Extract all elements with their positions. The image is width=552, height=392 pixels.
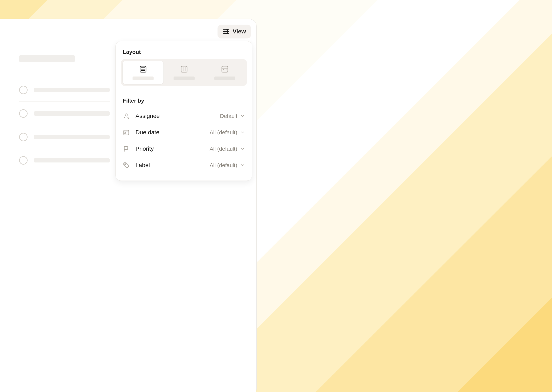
board-icon (180, 65, 188, 73)
svg-point-20 (226, 71, 226, 71)
filter-row-due-date[interactable]: Due date All (default) (116, 124, 252, 141)
svg-rect-22 (124, 130, 129, 135)
layout-option-label-placeholder (133, 77, 154, 80)
task-checkbox[interactable] (19, 86, 28, 94)
task-checkbox[interactable] (19, 156, 28, 165)
calendar-grid-icon (221, 65, 229, 73)
sliders-icon (222, 28, 230, 35)
task-row[interactable] (19, 102, 110, 125)
filter-row-assignee[interactable]: Assignee Default (116, 108, 252, 124)
filter-label: Due date (133, 129, 210, 136)
filter-label: Label (133, 162, 210, 168)
layout-option-label-placeholder (173, 77, 194, 80)
chevron-down-icon (237, 114, 245, 118)
flag-icon (123, 146, 133, 152)
chevron-down-icon (237, 147, 245, 151)
task-row[interactable] (19, 125, 110, 149)
calendar-icon (123, 129, 133, 136)
svg-point-15 (223, 69, 224, 70)
filter-label: Priority (133, 146, 210, 152)
tag-icon (123, 162, 133, 168)
task-text-placeholder (34, 88, 110, 92)
svg-point-25 (125, 164, 126, 165)
person-icon (123, 113, 133, 119)
filter-section-label: Filter by (116, 98, 252, 108)
layout-option-calendar[interactable] (204, 61, 245, 84)
filter-value: All (default) (210, 129, 237, 136)
task-text-placeholder (34, 112, 110, 116)
task-row[interactable] (19, 78, 110, 102)
list-icon (139, 65, 147, 73)
svg-rect-10 (181, 66, 187, 72)
filter-row-priority[interactable]: Priority All (default) (116, 141, 252, 157)
filter-value: All (default) (210, 146, 237, 152)
task-row[interactable] (19, 149, 110, 172)
task-text-placeholder (34, 135, 110, 139)
svg-rect-24 (125, 133, 126, 134)
view-options-panel: Layout (115, 41, 252, 181)
view-button-label: View (233, 28, 246, 35)
svg-point-18 (223, 71, 224, 71)
layout-option-list[interactable] (122, 61, 164, 84)
layout-option-board[interactable] (164, 61, 204, 84)
task-checkbox[interactable] (19, 133, 28, 141)
filter-row-label[interactable]: Label All (default) (116, 157, 252, 173)
list-title-placeholder (19, 55, 75, 62)
layout-segmented-control (121, 59, 247, 86)
svg-point-5 (227, 33, 228, 34)
task-checkbox[interactable] (19, 109, 28, 118)
main-window: View Layout (0, 19, 257, 392)
svg-point-17 (226, 69, 226, 70)
chevron-down-icon (237, 130, 245, 135)
filter-value: All (default) (210, 162, 237, 168)
svg-point-3 (224, 31, 226, 32)
view-button[interactable]: View (217, 25, 251, 38)
svg-rect-13 (222, 66, 228, 72)
filter-value: Default (220, 113, 237, 119)
layout-section-label: Layout (116, 49, 252, 59)
task-text-placeholder (34, 158, 110, 162)
layout-option-label-placeholder (214, 77, 235, 80)
svg-point-16 (225, 69, 225, 70)
svg-point-1 (227, 29, 228, 30)
svg-point-21 (125, 114, 128, 116)
filter-label: Assignee (133, 113, 220, 119)
task-list (19, 55, 110, 172)
svg-point-19 (225, 71, 225, 71)
chevron-down-icon (237, 163, 245, 168)
